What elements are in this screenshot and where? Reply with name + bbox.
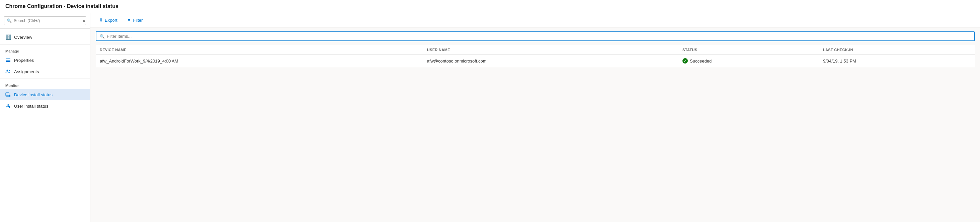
table-row: afw_AndroidForWork_9/4/2019_4:00 AMafw@c…: [96, 55, 975, 67]
svg-point-7: [7, 104, 9, 106]
page-title: Chrome Configuration - Device install st…: [0, 0, 980, 13]
svg-point-3: [7, 70, 8, 71]
export-button[interactable]: ⬇ Export: [96, 16, 121, 24]
sidebar-item-label: Overview: [14, 35, 32, 40]
col-user-name: USER NAME: [423, 45, 678, 55]
export-icon: ⬇: [99, 17, 103, 23]
col-device-name: DEVICE NAME: [96, 45, 423, 55]
sidebar-section-manage: Manage: [0, 46, 90, 54]
sidebar-item-label: User install status: [14, 104, 49, 109]
status-text: Succeeded: [690, 59, 711, 63]
svg-point-4: [9, 70, 10, 71]
sidebar: 🔍 « ℹ️ Overview Manage: [0, 13, 91, 222]
search-input[interactable]: [4, 16, 86, 25]
sidebar-item-label: Device install status: [14, 92, 52, 97]
search-icon: 🔍: [7, 18, 12, 23]
col-last-checkin: LAST CHECK-IN: [819, 45, 975, 55]
sidebar-divider-manage: [0, 44, 90, 44]
user-install-icon: [5, 103, 11, 109]
filter-bar: 🔍: [96, 32, 975, 41]
table-header: DEVICE NAME USER NAME STATUS LAST CHECK-…: [96, 45, 975, 55]
content-area: ⬇ Export ▼ Filter 🔍 DEVICE NAME USER NAM…: [91, 13, 980, 222]
data-table: DEVICE NAME USER NAME STATUS LAST CHECK-…: [96, 45, 975, 67]
properties-icon: [5, 57, 11, 63]
sidebar-item-label: Assignments: [14, 69, 39, 74]
device-install-icon: [5, 92, 11, 97]
cell-last-checkin: 9/04/19, 1:53 PM: [819, 55, 975, 67]
sidebar-divider-monitor: [0, 79, 90, 79]
table-container: 🔍 DEVICE NAME USER NAME STATUS LAST CHEC…: [91, 27, 980, 222]
cell-user-name: afw@contoso.onmicrosoft.com: [423, 55, 678, 67]
table-body: afw_AndroidForWork_9/4/2019_4:00 AMafw@c…: [96, 55, 975, 67]
sidebar-section-monitor: Monitor: [0, 80, 90, 89]
toolbar: ⬇ Export ▼ Filter: [91, 13, 980, 27]
collapse-icon[interactable]: «: [83, 18, 85, 24]
svg-rect-5: [6, 93, 9, 96]
svg-rect-0: [6, 59, 10, 59]
svg-rect-2: [6, 61, 10, 62]
sidebar-item-properties[interactable]: Properties: [0, 54, 90, 66]
filter-label: Filter: [133, 18, 143, 23]
success-icon: ✓: [682, 58, 688, 63]
filter-icon: ▼: [127, 17, 132, 23]
svg-rect-1: [6, 60, 10, 60]
sidebar-item-device-install-status[interactable]: Device install status: [0, 89, 90, 100]
info-icon: ℹ️: [5, 35, 11, 40]
sidebar-item-assignments[interactable]: Assignments: [0, 66, 90, 77]
filter-search-icon: 🔍: [100, 34, 105, 39]
sidebar-item-user-install-status[interactable]: User install status: [0, 100, 90, 112]
filter-button[interactable]: ▼ Filter: [124, 16, 146, 24]
sidebar-search-container: 🔍 «: [0, 13, 90, 29]
sidebar-nav: ℹ️ Overview Manage Properties: [0, 29, 90, 114]
filter-input[interactable]: [107, 34, 970, 39]
assignments-icon: [5, 69, 11, 74]
cell-status: ✓Succeeded: [678, 55, 819, 67]
export-label: Export: [105, 18, 118, 23]
sidebar-item-label: Properties: [14, 58, 34, 63]
cell-device-name: afw_AndroidForWork_9/4/2019_4:00 AM: [96, 55, 423, 67]
col-status: STATUS: [678, 45, 819, 55]
sidebar-item-overview[interactable]: ℹ️ Overview: [0, 32, 90, 43]
